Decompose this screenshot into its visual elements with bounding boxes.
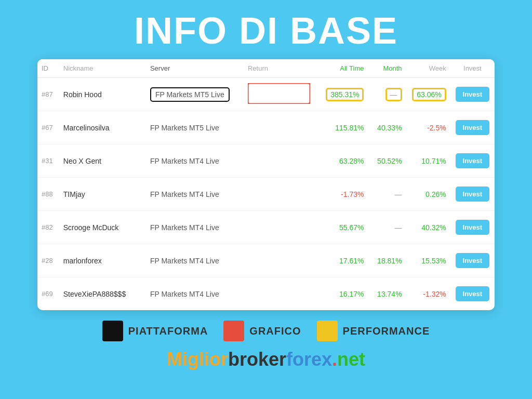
cell-week: 63.06% <box>406 78 450 111</box>
invest-button[interactable]: Invest <box>456 153 490 168</box>
invest-button[interactable]: Invest <box>456 286 490 301</box>
cell-return <box>244 244 320 277</box>
cell-alltime: 17.61% <box>320 244 368 277</box>
cell-server: FP Markets MT5 Live <box>146 111 244 144</box>
legend-label-piattaforma: PIATTAFORMA <box>128 325 208 337</box>
header-id: ID <box>37 59 59 78</box>
header-month: Month <box>368 59 406 78</box>
cell-server: FP Markets MT4 Live <box>146 178 244 211</box>
invest-button[interactable]: Invest <box>456 253 490 268</box>
cell-week: 0.26% <box>406 178 450 211</box>
cell-nickname: Marcelinosilva <box>59 111 146 144</box>
traders-table: ID Nickname Server Return All Time Month… <box>37 59 495 310</box>
cell-return <box>244 78 320 111</box>
svg-rect-0 <box>248 83 310 104</box>
cell-server: FP Markets MT4 Live <box>146 277 244 311</box>
page-title: INFO DI BASE <box>134 9 398 52</box>
cell-server: FP Markets MT5 Live <box>146 78 244 111</box>
table-row: #88TIMjayFP Markets MT4 Live-1.73%—0.26%… <box>37 178 495 211</box>
cell-week: 10.71% <box>406 144 450 178</box>
data-table-container: ID Nickname Server Return All Time Month… <box>37 59 495 310</box>
cell-invest: Invest <box>450 244 495 277</box>
legend-label-grafico: GRAFICO <box>249 325 301 337</box>
table-header-row: ID Nickname Server Return All Time Month… <box>37 59 495 78</box>
cell-month: 50.52% <box>368 144 406 178</box>
header-alltime: All Time <box>320 59 368 78</box>
table-row: #67MarcelinosilvaFP Markets MT5 Live115.… <box>37 111 495 144</box>
cell-id: #82 <box>37 211 59 244</box>
cell-invest: Invest <box>450 144 495 178</box>
cell-nickname: Scrooge McDuck <box>59 211 146 244</box>
brand-broker: broker <box>228 349 286 370</box>
cell-return <box>244 211 320 244</box>
legend-item-performance: PERFORMANCE <box>317 321 430 341</box>
cell-alltime: -1.73% <box>320 178 368 211</box>
cell-nickname: SteveXiePA888$$$ <box>59 277 146 311</box>
cell-week: -1.32% <box>406 277 450 311</box>
header-nickname: Nickname <box>59 59 146 78</box>
cell-invest: Invest <box>450 178 495 211</box>
legend-box-black <box>102 321 123 341</box>
cell-month: 13.74% <box>368 277 406 311</box>
header-invest: Invest <box>450 59 495 78</box>
cell-nickname: Neo X Gent <box>59 144 146 178</box>
cell-invest: Invest <box>450 111 495 144</box>
invest-button[interactable]: Invest <box>456 187 490 202</box>
cell-return <box>244 277 320 311</box>
cell-id: #87 <box>37 78 59 111</box>
cell-id: #28 <box>37 244 59 277</box>
legend-item-grafico: GRAFICO <box>223 321 301 341</box>
header-week: Week <box>406 59 450 78</box>
cell-id: #31 <box>37 144 59 178</box>
invest-button[interactable]: Invest <box>456 220 490 235</box>
table-row: #69SteveXiePA888$$$FP Markets MT4 Live16… <box>37 277 495 311</box>
cell-invest: Invest <box>450 78 495 111</box>
cell-month: 18.81% <box>368 244 406 277</box>
brand-net: net <box>337 349 365 370</box>
cell-month: — <box>368 211 406 244</box>
table-row: #28marlonforexFP Markets MT4 Live17.61%1… <box>37 244 495 277</box>
cell-nickname: Robin Hood <box>59 78 146 111</box>
cell-id: #67 <box>37 111 59 144</box>
cell-return <box>244 144 320 178</box>
cell-invest: Invest <box>450 211 495 244</box>
legend-container: PIATTAFORMA GRAFICO PERFORMANCE <box>102 321 430 341</box>
cell-month: — <box>368 178 406 211</box>
cell-alltime: 385.31% <box>320 78 368 111</box>
cell-server: FP Markets MT4 Live <box>146 244 244 277</box>
brand-forex: forex <box>286 349 332 370</box>
cell-month: — <box>368 78 406 111</box>
cell-return <box>244 111 320 144</box>
cell-nickname: TIMjay <box>59 178 146 211</box>
brand-miglior: Miglior <box>167 349 228 370</box>
header-server: Server <box>146 59 244 78</box>
cell-id: #88 <box>37 178 59 211</box>
cell-alltime: 115.81% <box>320 111 368 144</box>
cell-id: #69 <box>37 277 59 311</box>
table-row: #82Scrooge McDuckFP Markets MT4 Live55.6… <box>37 211 495 244</box>
invest-button[interactable]: Invest <box>456 120 490 135</box>
legend-box-red <box>223 321 244 341</box>
cell-alltime: 16.17% <box>320 277 368 311</box>
legend-box-yellow <box>317 321 338 341</box>
legend-item-piattaforma: PIATTAFORMA <box>102 321 208 341</box>
cell-return <box>244 178 320 211</box>
cell-week: 40.32% <box>406 211 450 244</box>
cell-alltime: 63.28% <box>320 144 368 178</box>
cell-month: 40.33% <box>368 111 406 144</box>
cell-server: FP Markets MT4 Live <box>146 144 244 178</box>
table-row: #87Robin HoodFP Markets MT5 Live385.31%—… <box>37 78 495 111</box>
cell-server: FP Markets MT4 Live <box>146 211 244 244</box>
cell-week: -2.5% <box>406 111 450 144</box>
brand-dot: . <box>332 349 337 370</box>
invest-button[interactable]: Invest <box>456 87 490 102</box>
cell-week: 15.53% <box>406 244 450 277</box>
cell-alltime: 55.67% <box>320 211 368 244</box>
header-return: Return <box>244 59 320 78</box>
cell-invest: Invest <box>450 277 495 311</box>
legend-label-performance: PERFORMANCE <box>343 325 430 337</box>
cell-nickname: marlonforex <box>59 244 146 277</box>
brand-url: Migliorbrokerforex.net <box>167 349 365 370</box>
table-row: #31Neo X GentFP Markets MT4 Live63.28%50… <box>37 144 495 178</box>
